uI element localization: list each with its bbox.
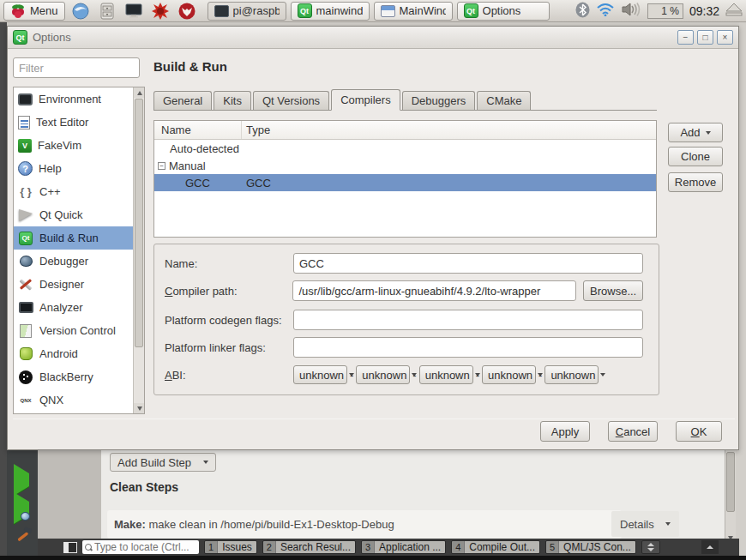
maximize-button[interactable]: □ [697,30,713,45]
output-pane-application[interactable]: 3 Application ... [361,540,446,554]
clone-button[interactable]: Clone [668,147,723,166]
sidebar-item-build-and-run[interactable]: Build & Run [14,226,133,250]
bug-icon [18,254,33,269]
sidebar-item-analyzer[interactable]: Analyzer [14,296,133,319]
dialog-titlebar[interactable]: Options − □ × [8,27,738,49]
scrollbar-thumb[interactable] [726,452,735,512]
minimize-button[interactable]: − [677,30,694,45]
fox-app-icon[interactable] [176,2,198,21]
abi-os-select[interactable]: unknown [419,365,473,384]
sidebar-item-label: FakeVim [38,139,81,152]
build-hammer-button[interactable] [14,526,34,549]
sidebar-item-fakevim[interactable]: FakeVim [14,134,133,157]
locator-input[interactable] [94,541,196,553]
taskbar-window-mainwindow-cpp[interactable]: mainwind... [291,2,370,21]
menu-label: Menu [30,4,58,17]
eject-icon[interactable] [725,3,743,19]
qt-icon [13,30,27,45]
sidebar-item-label: Analyzer [39,301,83,314]
sidebar-item-help[interactable]: Help [14,157,133,180]
tab-kits[interactable]: Kits [214,91,251,110]
column-header-name[interactable]: Name [154,121,242,139]
abi-arch-select[interactable]: unknown [293,365,347,384]
collapse-expander-icon[interactable]: − [158,162,165,170]
apply-button[interactable]: Apply [540,421,590,442]
scroll-down-icon[interactable] [134,403,145,413]
clean-step-row[interactable]: Make: make clean in /home/pi/build-Ex1-D… [107,510,622,539]
output-pane-search[interactable]: 2 Search Resul... [262,540,356,554]
cancel-button[interactable]: Cancel [608,421,658,442]
table-row-autodetected[interactable]: Auto-detected [154,140,656,157]
pane-selector-button[interactable] [641,540,660,554]
analyzer-monitor-icon [18,300,33,316]
sidebar-item-environment[interactable]: Environment [14,87,133,111]
bluetooth-icon[interactable] [575,2,590,21]
tab-debuggers[interactable]: Debuggers [402,91,476,110]
tab-general[interactable]: General [153,91,212,110]
close-button[interactable]: × [717,30,733,45]
abi-wordwidth-select[interactable]: unknown [544,365,599,384]
linker-flags-field[interactable] [293,337,643,358]
browse-button[interactable]: Browse... [583,280,643,301]
locator[interactable] [82,540,199,554]
table-row-gcc[interactable]: GCC GCC [154,174,656,191]
sidebar-item-qt-quick[interactable]: Qt Quick [14,203,133,226]
output-pane-issues[interactable]: 1 Issues [204,540,257,554]
abi-flavor-select[interactable]: unknown [482,365,536,384]
taskbar-window-mainwindow-app[interactable]: MainWind... [374,2,453,21]
background-scrollbar[interactable] [725,450,736,542]
mathematica-icon[interactable] [149,2,171,21]
taskbar-window-terminal[interactable]: pi@raspb... [208,2,286,21]
run-button[interactable] [14,473,29,486]
remove-button[interactable]: Remove [668,172,723,192]
output-pane-compile[interactable]: 4 Compile Out... [451,540,540,554]
sidebar-item-blackberry[interactable]: BlackBerry [14,365,133,388]
compiler-path-field[interactable] [292,280,576,301]
maximize-pane-button[interactable] [701,540,719,554]
add-button[interactable]: Add [668,123,723,142]
clock[interactable]: 09:32 [689,4,719,18]
column-header-type[interactable]: Type [242,121,656,139]
sidebar-toggle-icon[interactable] [63,542,77,553]
scrollbar-thumb[interactable] [135,99,143,347]
sidebar-item-label: Qt Quick [39,208,83,221]
cpu-monitor[interactable]: 1 % [647,3,683,19]
output-pane-qmljs[interactable]: 5 QML/JS Con... [545,540,636,554]
wifi-icon[interactable] [596,3,615,19]
tab-compilers[interactable]: Compilers [331,89,400,111]
table-row-manual[interactable]: −Manual [154,157,656,174]
codegen-flags-field[interactable] [293,310,643,330]
monitor-icon [18,93,33,105]
ok-button[interactable]: OK [676,421,722,442]
abi-vendor-select[interactable]: unknown [356,365,410,384]
web-browser-icon[interactable] [69,2,92,21]
tab-cmake[interactable]: CMake [477,91,531,110]
volume-icon[interactable] [621,2,641,20]
file-manager-icon[interactable] [96,2,118,21]
taskbar-window-options[interactable]: Options [457,2,550,21]
creator-splitter-area [38,450,101,539]
details-button[interactable]: Details [611,511,679,537]
taskbar: Menu pi@raspb... mainwind... MainWind... [0,0,746,22]
window-icon [381,5,395,17]
add-build-step-button[interactable]: Add Build Step [110,453,216,472]
sidebar-item-version-control[interactable]: Version Control [14,319,133,342]
debug-run-button[interactable] [14,502,29,515]
menu-button[interactable]: Menu [3,2,65,21]
tab-qt-versions[interactable]: Qt Versions [253,91,329,110]
cell-type: GCC [242,177,271,190]
sidebar-item-debugger[interactable]: Debugger [14,250,133,273]
filter-input[interactable] [13,57,140,78]
terminal-icon [214,5,229,17]
sidebar-item-qnx[interactable]: QNX [14,388,133,412]
sidebar-item-designer[interactable]: Designer [14,273,133,296]
background-left-edge [0,22,7,556]
scroll-up-icon[interactable] [134,87,145,98]
terminal-launcher-icon[interactable] [123,2,145,21]
taskbar-window-label: pi@raspb... [233,4,280,17]
sidebar-item-cpp[interactable]: C++ [14,180,133,203]
sidebar-scrollbar[interactable] [133,87,144,413]
sidebar-item-android[interactable]: Android [14,342,133,365]
name-field[interactable] [293,253,643,274]
sidebar-item-text-editor[interactable]: Text Editor [14,111,133,134]
